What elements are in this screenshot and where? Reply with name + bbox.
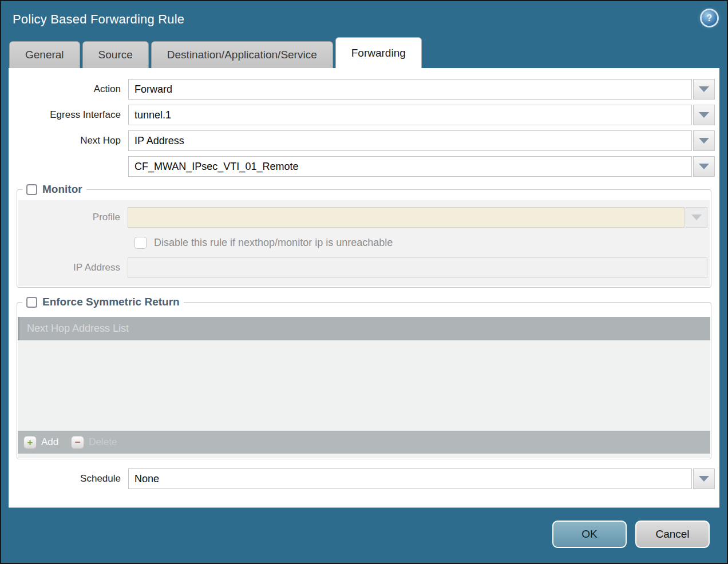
next-hop-row: Next Hop IP Address [9, 130, 715, 151]
tab-destination-application-service[interactable]: Destination/Application/Service [151, 41, 333, 68]
tab-forwarding[interactable]: Forwarding [335, 37, 422, 68]
symmetric-return-legend: Enforce Symmetric Return [22, 296, 184, 308]
egress-interface-value-field[interactable]: tunnel.1 [128, 105, 692, 125]
ok-button[interactable]: OK [552, 521, 627, 548]
action-row: Action Forward [9, 79, 715, 100]
delete-button: − Delete [71, 436, 117, 449]
add-button[interactable]: + Add [23, 436, 58, 449]
monitor-ip-address-row: IP Address [18, 257, 707, 278]
next-hop-address-row: CF_MWAN_IPsec_VTI_01_Remote [9, 156, 715, 177]
tab-bar: General Source Destination/Application/S… [9, 37, 424, 68]
monitor-checkbox[interactable] [26, 184, 37, 195]
tab-label: Forwarding [351, 47, 406, 59]
profile-row: Profile [18, 207, 707, 228]
chevron-down-icon [699, 476, 709, 482]
table-header-label: Next Hop Address List [27, 323, 129, 335]
chevron-down-icon [699, 164, 709, 169]
dialog-title: Policy Based Forwarding Rule [13, 12, 184, 27]
action-combo: Forward [128, 79, 715, 100]
dialog-footer: OK Cancel [552, 521, 710, 548]
chevron-down-icon [691, 215, 702, 220]
chevron-down-icon [699, 86, 709, 92]
tab-label: General [25, 49, 64, 61]
schedule-label: Schedule [9, 473, 128, 484]
disable-rule-label: Disable this rule if nexthop/monitor ip … [154, 237, 393, 249]
help-icon[interactable]: ? [702, 10, 717, 26]
schedule-value-field[interactable]: None [128, 468, 692, 489]
chevron-down-icon [699, 138, 709, 144]
monitor-legend: Monitor [22, 183, 86, 196]
profile-combo [128, 207, 707, 228]
minus-icon: − [71, 436, 84, 449]
symmetric-return-legend-label: Enforce Symmetric Return [42, 296, 180, 308]
table-bottom-strip [18, 454, 710, 458]
next-hop-address-list-table: Next Hop Address List + Add − Delete [18, 317, 710, 458]
forwarding-tab-panel: Action Forward Egress Interface tunnel.1… [9, 68, 719, 508]
tab-label: Destination/Application/Service [167, 49, 317, 61]
next-hop-address-dropdown-button[interactable] [693, 156, 715, 177]
plus-icon: + [23, 436, 37, 449]
action-value-field[interactable]: Forward [128, 79, 692, 100]
table-toolbar: + Add − Delete [18, 431, 710, 454]
disable-rule-checkbox [134, 237, 147, 249]
schedule-row: Schedule None [9, 468, 715, 489]
next-hop-address-field[interactable]: CF_MWAN_IPsec_VTI_01_Remote [128, 156, 692, 177]
cancel-button[interactable]: Cancel [635, 521, 710, 548]
next-hop-dropdown-button[interactable] [693, 130, 715, 151]
monitor-legend-label: Monitor [42, 183, 82, 196]
monitor-panel: Profile Disable this rule if nexthop/mon… [18, 200, 710, 286]
egress-interface-dropdown-button[interactable] [693, 105, 715, 125]
dialog-titlebar: Policy Based Forwarding Rule ? [1, 1, 727, 38]
add-button-label: Add [41, 436, 58, 448]
schedule-combo: None [128, 468, 715, 489]
monitor-ip-address-field [128, 257, 707, 278]
disable-rule-row: Disable this rule if nexthop/monitor ip … [134, 236, 710, 249]
next-hop-type-field[interactable]: IP Address [128, 130, 692, 151]
next-hop-label: Next Hop [9, 135, 128, 146]
tab-general[interactable]: General [9, 41, 80, 68]
next-hop-address-combo: CF_MWAN_IPsec_VTI_01_Remote [128, 156, 715, 177]
delete-button-label: Delete [89, 436, 117, 448]
symmetric-return-checkbox[interactable] [26, 297, 37, 308]
profile-label: Profile [18, 212, 128, 223]
profile-value-field [128, 207, 685, 228]
profile-dropdown-button [686, 207, 707, 228]
table-header: Next Hop Address List [18, 317, 710, 340]
egress-interface-label: Egress Interface [9, 109, 128, 121]
egress-interface-row: Egress Interface tunnel.1 [9, 105, 715, 125]
egress-interface-combo: tunnel.1 [128, 105, 715, 125]
chevron-down-icon [699, 112, 709, 118]
tab-label: Source [98, 49, 133, 61]
action-label: Action [9, 84, 128, 95]
action-dropdown-button[interactable] [693, 79, 715, 100]
monitor-ip-address-combo [128, 257, 707, 278]
schedule-dropdown-button[interactable] [693, 468, 715, 489]
help-glyph: ? [707, 13, 713, 23]
pbf-rule-dialog: Policy Based Forwarding Rule ? General S… [0, 0, 728, 564]
next-hop-combo: IP Address [128, 130, 715, 151]
tab-source[interactable]: Source [82, 41, 149, 68]
monitor-ip-address-label: IP Address [18, 262, 128, 273]
table-body-empty[interactable] [18, 340, 710, 431]
monitor-fieldset: Monitor Profile Disable this rule if nex… [17, 183, 711, 288]
symmetric-return-fieldset: Enforce Symmetric Return Next Hop Addres… [17, 296, 711, 459]
